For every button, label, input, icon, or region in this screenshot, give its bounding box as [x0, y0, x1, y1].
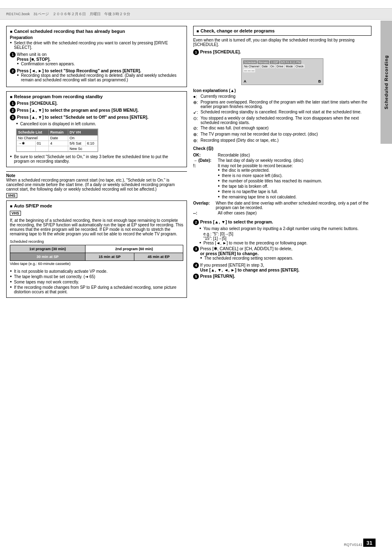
right-step4-row: 4 If you pressed [ENTER] in step 3, Use …: [193, 263, 371, 272]
section-auto-spep: Auto SP/EP mode VHS If, at the beginning…: [6, 200, 187, 298]
check-section: Check (ⓑ) OK: Recordable (disc) → (Date)…: [193, 146, 371, 215]
diagram-row-2: 30 min at SP 15 min at SP 45 min at EP: [10, 253, 183, 261]
screen-image: Schedule Remain 1:03P 6/5 Fri 6:11 PM No…: [241, 58, 323, 85]
icon-desc-6: Recording stopped (Dirty disc or tape, e…: [201, 138, 371, 143]
sp-cell: 30 min at SP: [10, 253, 85, 261]
step2-content: Press [◄, ►] to select "Stop Recording" …: [17, 68, 183, 83]
vhs-badge-note: VHS: [6, 193, 17, 198]
right-step2-main: Press [▲, ▼] to select the program.: [200, 219, 273, 224]
right-step1-number: 1: [193, 49, 199, 55]
icon-symbol-5: ⊗:: [193, 132, 201, 137]
excl-bullet-4: the tape tab is broken off.: [218, 184, 371, 189]
page-container: RD17AC.book 31ページ ２００６年２月６日 月曜日 午後３時２９分 …: [0, 0, 392, 555]
th-schedule: Schedule List: [17, 129, 49, 136]
icon-row-3: ⊙: You stopped a weekly or daily schedul…: [193, 116, 371, 125]
release-step2-number: 2: [10, 108, 16, 113]
icon-symbol-6: ⊛:: [193, 138, 201, 143]
sp2-cell: 15 min at SP: [85, 253, 134, 261]
icon-symbol-3: ⊙:: [193, 116, 201, 121]
screen-label-b: B: [318, 79, 321, 83]
check-row-excl: !: It may not be possible to record beca…: [193, 164, 371, 200]
left-column: Cancel scheduled recording that has alre…: [6, 26, 187, 302]
check-desc-dash: All other cases (tape): [218, 211, 371, 215]
icon-desc-1: Programs are overlapped. Recording of th…: [201, 100, 371, 109]
step1-content: When unit is on Press [■, STOP]. Confirm…: [17, 52, 75, 67]
right-step2-eg: e.g.: "5": [0]→[5] "15": [1]→[5]: [203, 232, 371, 241]
note-box: Note When a scheduled recording program …: [6, 171, 187, 200]
screen-label-a: A: [244, 79, 247, 83]
right-step2-bullet2: Press [◄, ►] to move to the preceding or…: [199, 241, 371, 245]
eg1-val: [0]→[5]: [220, 232, 233, 236]
step1-main: Press [■, STOP].: [17, 57, 75, 62]
page-code: RQTV0141: [344, 543, 362, 547]
release-step3-row: 3 Press [▲, ▼] to select "Schedule set t…: [10, 115, 183, 120]
icon-row-4: ⊘: The disc was full. (not enough space): [193, 126, 371, 131]
excl-bullet-5: there is no tape/the tape is full.: [218, 189, 371, 194]
right-step3-row: 3 Press [✱, CANCEL] or [CH, ADD/DLT] to …: [193, 246, 371, 261]
table-row-1: →✱ 01 4 5/6 Sat 6:10: [17, 141, 98, 146]
icon-symbol-4: ⊘:: [193, 126, 201, 131]
right-step5-number: 5: [193, 274, 199, 279]
td-icon: →✱: [17, 141, 36, 146]
icon-symbol-2: ↙:: [193, 110, 201, 115]
td-empty3: [49, 146, 68, 152]
right-step2-bullet1: You may also select program by inputting…: [199, 226, 371, 231]
check-row-overlap: Overlap: When the date and time overlap …: [193, 201, 371, 210]
th-dvvh: DV VH: [68, 129, 98, 136]
icon-symbol-0: ●:: [193, 94, 201, 99]
td-newsc: New Sc: [68, 146, 98, 152]
step2-main: Press [◄, ►] to select "Stop Recording" …: [17, 68, 183, 73]
page-number: 31: [363, 539, 376, 547]
diagram-row-1: 1st program (30 min) 2nd program (60 min…: [10, 245, 183, 253]
check-desc-date: The last day of daily or weekly recordin…: [218, 158, 371, 163]
check-desc-excl: It may not be possible to record because…: [218, 164, 371, 200]
step1-bullet: Confirmation screen appears.: [17, 62, 75, 66]
table-header-row: Schedule List Remain DV VH: [17, 129, 98, 136]
main-content: Cancel scheduled recording that has alre…: [0, 26, 392, 302]
sidebar-label: Scheduled Recording: [380, 21, 392, 144]
screen-row-sub: No Channel Date On Drive Mode Check: [243, 64, 321, 68]
check-label-dash: --:: [193, 211, 218, 215]
th-remain: Remain: [49, 129, 68, 136]
check-label-overlap: Overlap:: [193, 201, 216, 210]
right-step4-content: If you pressed [ENTER] in step 3, Use [▲…: [200, 263, 300, 272]
icon-desc-0: Currently recording: [201, 94, 371, 99]
diagram-table: 1st program (30 min) 2nd program (60 min…: [10, 245, 183, 261]
screen-inner: Schedule Remain 1:03P 6/5 Fri 6:11 PM No…: [242, 59, 323, 74]
icon-section-title: Icon explanations (▲): [193, 88, 371, 93]
right-step1-row: 1 Press [SCHEDULE].: [193, 49, 371, 55]
section2-footer-bullet: Be sure to select "Schedule set to On," …: [10, 154, 183, 164]
right-step4-bold: Use [▲, ▼, ◄, ►] to change and press [EN…: [200, 267, 300, 272]
icon-desc-4: The disc was full. (not enough space): [201, 126, 371, 130]
check-label-excl: !:: [193, 164, 218, 168]
spep-bullet-1: The tape length must be set correctly. (…: [10, 274, 183, 279]
program-diagram: Scheduled recording 1st program (30 min)…: [10, 240, 183, 266]
vhs-badge-spep: VHS: [10, 211, 21, 216]
check-label-date: → (Date):: [193, 158, 218, 163]
ep-cell: 45 min at EP: [134, 253, 183, 261]
right-step3-main: Press [✱, CANCEL] or [CH, ADD/DLT] to de…: [200, 246, 293, 251]
right-step1: Press [SCHEDULE].: [200, 49, 241, 54]
td-date-val: 5/6 Sat: [68, 141, 85, 146]
eg1-label: e.g.: "5":: [203, 232, 219, 236]
release-step1-row: 1 Press [SCHEDULE].: [10, 101, 183, 106]
excl-bullet-6: the remaining tape time is not calculate…: [218, 195, 371, 199]
td-remain: 4: [49, 141, 68, 146]
icon-row-2: ↙: Scheduled recording standby is cancel…: [193, 110, 371, 115]
icon-section: Icon explanations (▲) ●: Currently recor…: [193, 88, 371, 143]
check-row-ok: OK: Recordable (disc): [193, 153, 371, 157]
right-step4-main: If you pressed [ENTER] in step 3,: [200, 263, 300, 267]
right-section-title: Check, change or delete programs: [193, 26, 371, 36]
icon-row-5: ⊗: The TV program may not be recorded du…: [193, 132, 371, 137]
screen-row-header: Schedule Remain 1:03P 6/5 Fri 6:11 PM: [243, 60, 321, 64]
table-row-2: New Sc: [17, 146, 98, 152]
diagram-caption: Video tape (e.g.: 60-minute cassette): [10, 262, 183, 266]
sidebar-label-text: Scheduled Recording: [384, 55, 389, 109]
schedule-table-wrapper: Schedule List Remain DV VH No Channel Da…: [16, 129, 98, 152]
step2-number: 2: [10, 68, 16, 74]
release-step2: Press [▲, ▼] to select the program and p…: [17, 108, 138, 113]
screen-row-data: — — —: [243, 69, 321, 72]
td-time: 6:10: [85, 141, 97, 146]
right-step2-number: 2: [193, 219, 199, 225]
right-step3-content: Press [✱, CANCEL] or [CH, ADD/DLT] to de…: [200, 246, 293, 261]
